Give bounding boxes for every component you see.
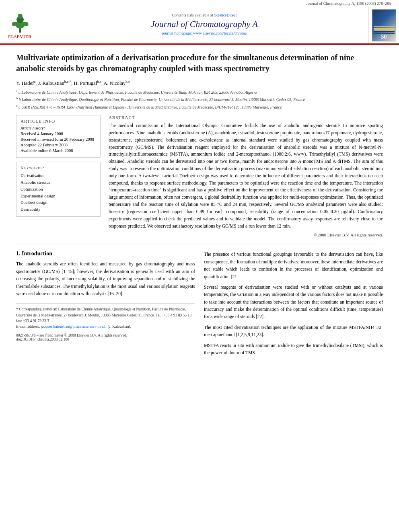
affiliation-c: c c UMR INSERM 476 – INRA 1260 «Nutritio… [16,104,383,110]
affiliation-a: a a Laboratoire de Chimie Analytique, Dé… [16,89,383,95]
keywords-title: Keywords: [21,165,96,170]
article-info-column: ARTICLE INFO Article history: Received 4… [16,115,101,237]
thanks-word: thanks [131,181,143,185]
intro-para5: MSTFA reacts in situ with ammonium iodid… [204,342,383,357]
journal-name: Journal of Chromatography A [44,19,364,29]
elsevier-wordmark: ELSEVIER [8,35,32,39]
received-date: Received 4 January 2008 [21,131,96,136]
copyright-line: © 2008 Elsevier B.V. All rights reserved… [109,233,383,237]
page: Journal of Chromatography A, 1190 (2008)… [0,0,399,532]
intro-para2: The presence of various functional group… [204,251,383,280]
intro-para1: The anabolic steroids are often identifi… [16,260,195,297]
intro-para3: Several reagents of derivatisation were … [204,283,383,320]
available-date: Available online 6 March 2008 [21,148,96,153]
abstract-text: The medical commission of the Internatio… [109,122,383,230]
article-title: Multivariate optimization of a derivatis… [16,52,383,74]
section-divider [16,244,383,244]
cover-line-1 [374,26,395,27]
elsevier-logo-area: ELSEVIER [0,7,40,43]
journal-title-area: Contents lists available at ScienceDirec… [40,7,369,43]
revised-date: Received in revised form 20 February 200… [21,137,96,142]
sciencedirect-note: Contents lists available at ScienceDirec… [44,13,364,17]
svg-point-3 [18,14,23,18]
cover-line-4 [374,31,395,32]
abstract-column: ABSTRACT The medical commission of the I… [109,115,383,237]
cover-block: 50 [372,9,396,41]
article-info-title: ARTICLE INFO [21,119,96,123]
issn-line: 0021-9673/$ – see front matter © 2008 El… [16,333,195,337]
authors-line: Y. Hadefa, J. Kaloustianb,c,*, H. Portug… [16,80,383,86]
keyword-3: Optimization [21,186,96,193]
keywords-list: Derivatisation Anabolic steroids Optimiz… [21,173,96,213]
journal-ref-bar: Journal of Chromatography A, 1190 (2008)… [0,0,399,7]
affiliations: a a Laboratoire de Chimie Analytique, Dé… [16,89,383,110]
email-label: E-mail address: [16,325,40,329]
elsevier-tree-icon [8,12,32,34]
cover-number: 50 [381,34,387,40]
section1-title: 1. Introduction [16,251,195,257]
affiliation-b: b b Laboratoire de Chimie Analytique, Qu… [16,96,383,103]
email-attribution: (J. Kaloustian). [108,325,131,329]
article-info-box: ARTICLE INFO Article history: Received 4… [16,115,101,158]
header-inner: ELSEVIER Contents lists available at Sci… [0,7,399,43]
keyword-4: Experimental design [21,193,96,200]
corresponding-note: * Corresponding author at: Laboratoire d… [16,306,195,324]
cover-line-2 [374,28,395,29]
journal-reference: Journal of Chromatography A, 1190 (2008)… [306,1,391,6]
sciencedirect-link[interactable]: ScienceDirect [214,13,237,17]
keywords-box: Keywords: Derivatisation Anabolic steroi… [16,162,101,217]
journal-homepage: journal homepage: www.elsevier.com/locat… [44,31,364,35]
keyword-5: Doelbert design [21,199,96,206]
cover-line-3 [374,29,395,31]
abstract-title: ABSTRACT [109,115,383,120]
article-content: Multivariate optimization of a derivatis… [0,45,399,368]
keyword-1: Derivatisation [21,173,96,179]
footnote-area: * Corresponding author at: Laboratoire d… [16,304,195,329]
journal-cover: 50 [369,7,399,43]
email-link[interactable]: jacques.kaloustian@pharmacie.univ-mrs.fr [41,325,107,329]
info-abstract-columns: ARTICLE INFO Article history: Received 4… [16,115,383,237]
footer-ids: 0021-9673/$ – see front matter © 2008 El… [16,333,195,341]
intro-para4: The most cited derivatisation techniques… [204,324,383,339]
body-col-right: The presence of various functional group… [204,251,383,359]
cover-lines [374,26,395,34]
doi-line: doi:10.1016/j.chroma.2008.02.100 [16,337,195,341]
accepted-date: Accepted 22 February 2008 [21,143,96,147]
body-columns: 1. Introduction The anabolic steroids ar… [16,251,383,359]
history-label: Article history: [21,126,96,130]
body-col-left: 1. Introduction The anabolic steroids ar… [16,251,195,359]
email-line: E-mail address: jacques.kaloustian@pharm… [16,324,195,329]
authors-text: Y. Hadefa, J. Kaloustianb,c,*, H. Portug… [16,80,130,86]
header-banner: ELSEVIER Contents lists available at Sci… [0,7,399,45]
keyword-6: Desirability [21,206,96,213]
keyword-2: Anabolic steroids [21,179,96,186]
